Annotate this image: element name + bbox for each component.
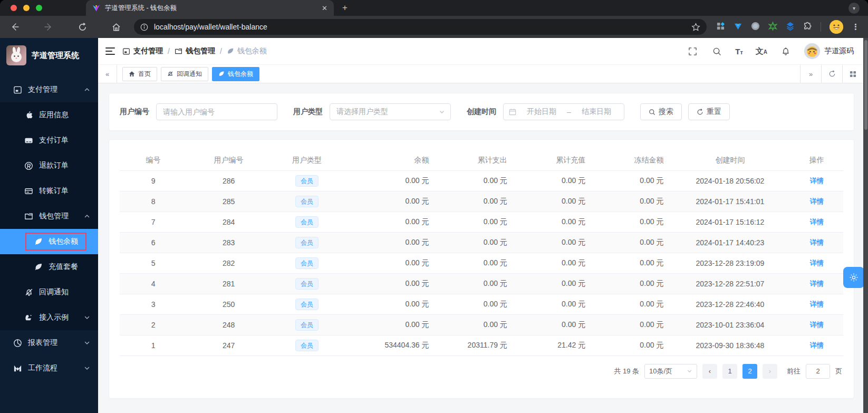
column-header: 冻结金额 — [592, 150, 670, 170]
sidebar-item-report-management[interactable]: 报表管理 — [0, 330, 98, 356]
page-button-2[interactable]: 2 — [742, 364, 757, 379]
layout-grid-icon[interactable] — [842, 64, 863, 83]
goto-page-input[interactable] — [806, 364, 830, 379]
tab-search-button[interactable]: ▾ — [848, 3, 860, 14]
forward-icon[interactable] — [42, 21, 55, 33]
sidebar-menu: 支付管理 应用信息 支付订单 — [0, 70, 98, 413]
collapse-sidebar-icon[interactable] — [105, 47, 115, 55]
filter-panel: 用户编号 用户类型 请选择用户类型 创建时间 — [109, 93, 854, 131]
extension-circle-icon[interactable] — [751, 22, 760, 33]
cell-frozen_amount: 0.00 元 — [592, 294, 670, 314]
fullscreen-icon[interactable] — [687, 45, 698, 57]
language-icon[interactable]: 文A — [756, 46, 767, 56]
sidebar-item-payment-management[interactable]: 支付管理 — [0, 77, 98, 102]
home-icon[interactable] — [110, 21, 122, 33]
browser-menu-icon[interactable]: ⋮ — [852, 22, 860, 32]
window-controls — [11, 5, 42, 11]
search-icon[interactable] — [711, 45, 722, 57]
tags-scroll-left-icon[interactable]: « — [98, 64, 117, 83]
extension-vue-devtools-icon[interactable] — [734, 22, 742, 33]
user-id-input[interactable] — [156, 103, 277, 120]
page-scrollbar[interactable] — [863, 38, 868, 413]
wallet-folder-icon — [24, 212, 33, 221]
user-menu[interactable]: 芋道源码 — [804, 43, 854, 59]
table-row: 2248会员0.00 元0.00 元0.00 元0.00 元2023-10-01… — [120, 314, 843, 335]
app-logo[interactable]: 芋道管理系统 — [0, 38, 98, 70]
detail-link[interactable]: 详情 — [810, 280, 824, 287]
extension-grid-icon[interactable] — [716, 22, 725, 33]
range-separator: – — [567, 108, 571, 116]
sidebar-item-wallet-management[interactable]: 钱包管理 — [0, 204, 98, 229]
bell-off-icon — [167, 71, 173, 77]
cell-balance: 0.00 元 — [343, 273, 436, 294]
zoom-window-button[interactable] — [36, 5, 42, 11]
cell-action: 详情 — [790, 335, 843, 356]
detail-link[interactable]: 详情 — [810, 321, 824, 329]
bookmark-star-icon[interactable] — [691, 23, 700, 32]
sidebar-item-payment-orders[interactable]: 支付订单 — [0, 128, 98, 153]
cell-user_type: 会员 — [271, 314, 343, 335]
sidebar-item-app-info[interactable]: 应用信息 — [0, 102, 98, 128]
chevron-up-icon — [84, 87, 90, 93]
sidebar-item-transfer-orders[interactable]: 转账订单 — [0, 178, 98, 204]
table-row: 1247会员534404.36 元20311.79 元21.42 元0.00 元… — [120, 335, 843, 356]
detail-link[interactable]: 详情 — [810, 197, 824, 205]
cell-action: 详情 — [790, 253, 843, 273]
extension-green-star-icon[interactable] — [768, 22, 777, 33]
tab-close-icon[interactable]: ✕ — [322, 4, 327, 12]
reset-button[interactable]: 重置 — [688, 103, 730, 120]
detail-link[interactable]: 详情 — [810, 300, 824, 308]
tag-home[interactable]: 首页 — [122, 67, 157, 81]
detail-link[interactable]: 详情 — [810, 341, 824, 349]
extensions-puzzle-icon[interactable] — [803, 22, 812, 33]
goto-label: 前往 — [787, 367, 801, 376]
scrollbar-thumb[interactable] — [864, 40, 867, 130]
new-tab-button[interactable]: + — [342, 2, 348, 14]
sidebar-item-workflow[interactable]: 工作流程 — [0, 356, 98, 381]
user-type-badge: 会员 — [295, 216, 319, 228]
user-type-select[interactable]: 请选择用户类型 — [330, 103, 451, 120]
browser-profile-avatar[interactable] — [830, 20, 843, 34]
site-info-icon[interactable] — [140, 23, 148, 31]
minimize-window-button[interactable] — [23, 5, 30, 11]
reload-icon[interactable] — [76, 21, 89, 33]
sidebar-item-wallet-balance[interactable]: 钱包余额 — [0, 229, 98, 254]
breadcrumb-item[interactable]: 钱包管理 — [175, 46, 215, 56]
sidebar-item-recharge-package[interactable]: 充值套餐 — [0, 254, 98, 280]
page-size-select[interactable]: 10条/页 — [644, 364, 697, 379]
cell-balance: 534404.36 元 — [343, 335, 436, 356]
prev-page-button[interactable]: ‹ — [702, 364, 717, 379]
refresh-page-icon[interactable] — [821, 64, 842, 83]
tag-wallet-balance[interactable]: 钱包余额 — [212, 67, 259, 81]
extension-layers-icon[interactable] — [786, 22, 795, 33]
breadcrumb-item[interactable]: 支付管理 — [122, 46, 163, 56]
create-time-range-picker[interactable]: 开始日期 – 结束日期 — [503, 103, 624, 120]
sidebar-item-label: 报表管理 — [28, 338, 57, 348]
notification-bell-icon[interactable] — [780, 45, 792, 57]
sidebar-item-refund-orders[interactable]: 退款订单 — [0, 153, 98, 178]
detail-link[interactable]: 详情 — [810, 218, 824, 226]
cell-total_recharge: 21.42 元 — [514, 335, 592, 356]
detail-link[interactable]: 详情 — [810, 259, 824, 267]
sidebar-item-callback-notify[interactable]: 回调通知 — [0, 280, 98, 305]
cell-user_id: 281 — [187, 273, 271, 294]
sidebar-item-integration-demo[interactable]: 接入示例 — [0, 305, 98, 330]
detail-link[interactable]: 详情 — [810, 238, 824, 246]
cell-user_type: 会员 — [271, 170, 343, 191]
column-header: 创建时间 — [670, 150, 790, 170]
url-text[interactable]: localhost/pay/wallet/wallet-balance — [154, 23, 686, 31]
tag-callback-notify[interactable]: 回调通知 — [161, 67, 208, 81]
detail-link[interactable]: 详情 — [810, 177, 824, 185]
search-button[interactable]: 搜索 — [640, 103, 682, 120]
browser-tab[interactable]: 芋道管理系统 - 钱包余额 ✕ — [86, 0, 334, 16]
tags-scroll-right-icon[interactable]: » — [800, 64, 821, 83]
cell-total_recharge: 0.00 元 — [514, 253, 592, 273]
address-bar[interactable]: localhost/pay/wallet/wallet-balance — [134, 19, 707, 35]
back-icon[interactable] — [8, 21, 21, 33]
page-button-1[interactable]: 1 — [722, 364, 737, 379]
cell-total_expense: 0.00 元 — [436, 232, 514, 253]
theme-settings-fab[interactable] — [843, 267, 864, 288]
next-page-button[interactable]: › — [763, 364, 777, 379]
font-size-icon[interactable]: Tт — [735, 47, 743, 56]
close-window-button[interactable] — [11, 5, 17, 11]
